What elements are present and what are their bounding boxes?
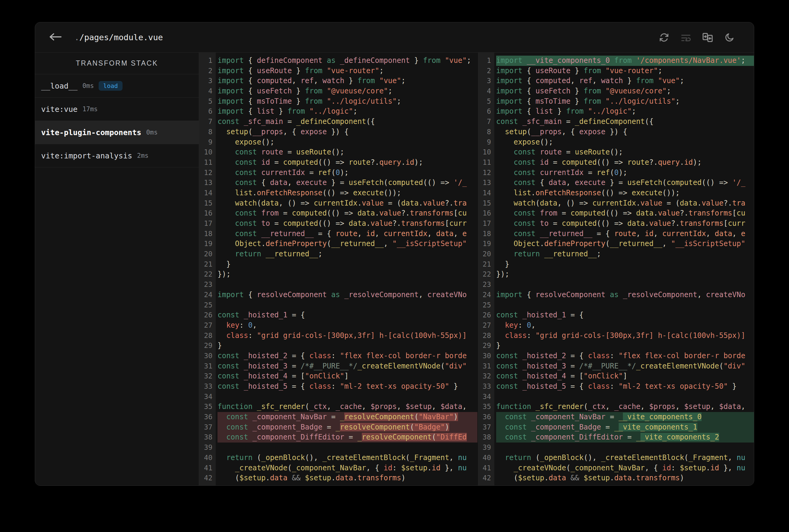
line-number: 38 bbox=[478, 432, 494, 442]
line-number: 41 bbox=[199, 463, 216, 473]
transform-stack-title: TRANSFORM STACK bbox=[35, 53, 199, 74]
code-line: const to = computed(() => data.value?.tr… bbox=[496, 218, 754, 229]
sidebar-item-load[interactable]: __load__0msload bbox=[35, 74, 199, 98]
line-number: 23 bbox=[478, 280, 494, 290]
code-line: key: 0, bbox=[496, 320, 754, 331]
line-number: 30 bbox=[199, 351, 216, 361]
code-line: const currentIdx = ref(0); bbox=[496, 168, 754, 178]
line-number: 4 bbox=[199, 86, 216, 96]
code-line: const { data, execute } = useFetch(compu… bbox=[218, 178, 477, 188]
line-number-gutter-after: 1234567891011121314151617181920212223242… bbox=[478, 53, 494, 486]
code-line: import { resolveComponent as _resolveCom… bbox=[218, 290, 477, 300]
code-line: setup(__props, { expose }) { bbox=[496, 127, 754, 137]
code-line: import { list } from "../logic"; bbox=[218, 107, 477, 117]
plugin-time: 2ms bbox=[137, 152, 149, 159]
code-line: import { list } from "../logic"; bbox=[496, 107, 754, 117]
compare-panes-icon[interactable] bbox=[702, 32, 713, 43]
back-button[interactable] bbox=[49, 32, 64, 43]
code-line: class: "grid grid-cols-[300px,3fr] h-[ca… bbox=[218, 331, 477, 341]
line-number: 20 bbox=[478, 249, 494, 259]
main-content: TRANSFORM STACK __load__0msloadvite:vue1… bbox=[35, 53, 754, 486]
code-line: ($setup.data && $setup.data.transforms) bbox=[218, 473, 477, 483]
line-number: 9 bbox=[478, 137, 494, 148]
plugin-name: vite-plugin-components bbox=[41, 128, 141, 137]
line-number: 36 bbox=[478, 412, 494, 422]
code-line: const _sfc_main = _defineComponent({ bbox=[496, 117, 754, 127]
line-number: 37 bbox=[478, 422, 494, 433]
line-number: 37 bbox=[199, 422, 216, 433]
code-line: const currentIdx = ref(0); bbox=[218, 168, 477, 178]
code-line: return __returned__; bbox=[218, 249, 477, 259]
line-number: 7 bbox=[478, 117, 494, 127]
code-line: const __returned__ = { route, id, curren… bbox=[496, 229, 754, 239]
code-line: Object.defineProperty(__returned__, "__i… bbox=[218, 239, 477, 249]
line-number: 26 bbox=[478, 310, 494, 320]
line-number: 21 bbox=[199, 259, 216, 270]
code-line: _createVNode(_component_NavBar, { id: $s… bbox=[218, 463, 477, 473]
plugin-name: __load__ bbox=[41, 82, 77, 90]
code-line: const from = computed(() => data.value?.… bbox=[496, 208, 754, 218]
sidebar-item-vite-plugin-components[interactable]: vite-plugin-components0ms bbox=[35, 121, 199, 144]
line-number: 32 bbox=[478, 371, 494, 381]
code-line bbox=[496, 280, 754, 290]
line-number: 29 bbox=[478, 341, 494, 351]
code-line: return (_openBlock(), _createElementBloc… bbox=[218, 453, 477, 463]
code-line bbox=[496, 442, 754, 453]
code-line: const _component_Badge = __vite_componen… bbox=[496, 422, 754, 433]
code-line: const { data, execute } = useFetch(compu… bbox=[496, 178, 754, 188]
code-line bbox=[218, 280, 477, 290]
code-line: } bbox=[218, 259, 477, 270]
code-line bbox=[496, 392, 754, 402]
line-number: 23 bbox=[199, 280, 216, 290]
refresh-icon[interactable] bbox=[658, 32, 670, 43]
wrap-lines-icon[interactable] bbox=[680, 32, 692, 43]
line-number: 33 bbox=[199, 381, 216, 392]
line-number: 11 bbox=[199, 157, 216, 168]
code-line: const _component_NavBar = _resolveCompon… bbox=[218, 412, 477, 422]
code-line: list.onFetchResponse(() => execute()); bbox=[496, 188, 754, 198]
line-number: 18 bbox=[199, 229, 216, 239]
line-number: 2 bbox=[199, 66, 216, 76]
code-line: import { useFetch } from "@vueuse/core"; bbox=[218, 86, 477, 96]
code-line: const id = computed(() => route?.query.i… bbox=[496, 157, 754, 168]
line-number: 21 bbox=[478, 259, 494, 270]
plugin-name: vite:import-analysis bbox=[41, 151, 132, 160]
code-line: import { useRoute } from "vue-router"; bbox=[496, 66, 754, 76]
code-line: const _component_Badge = _resolveCompone… bbox=[218, 422, 477, 433]
line-number: 15 bbox=[478, 198, 494, 209]
line-number: 17 bbox=[478, 218, 494, 229]
code-line bbox=[496, 300, 754, 310]
dark-mode-icon[interactable] bbox=[724, 32, 735, 43]
code-line: import { resolveComponent as _resolveCom… bbox=[496, 290, 754, 300]
module-title: ./pages/module.vue bbox=[74, 33, 163, 42]
line-number: 25 bbox=[199, 300, 216, 310]
sidebar-item-vite-import-analysis[interactable]: vite:import-analysis2ms bbox=[35, 144, 199, 168]
line-number: 3 bbox=[199, 76, 216, 86]
diff-editor: 1234567891011121314151617181920212223242… bbox=[199, 53, 754, 486]
header-actions bbox=[658, 32, 740, 43]
transform-stack-sidebar: TRANSFORM STACK __load__0msloadvite:vue1… bbox=[35, 53, 199, 486]
code-before[interactable]: import { defineComponent as _defineCompo… bbox=[216, 53, 477, 486]
code-line: return __returned__; bbox=[496, 249, 754, 259]
line-number: 35 bbox=[478, 402, 494, 412]
line-number: 24 bbox=[199, 290, 216, 300]
code-line: const _hoisted_4 = ["onClick"] bbox=[218, 371, 477, 381]
code-line: import { useRoute } from "vue-router"; bbox=[218, 66, 477, 76]
diff-pane-before: 1234567891011121314151617181920212223242… bbox=[199, 53, 477, 486]
line-number: 29 bbox=[199, 341, 216, 351]
code-line: return (_openBlock(), _createElementBloc… bbox=[496, 453, 754, 463]
line-number: 19 bbox=[478, 239, 494, 249]
code-after[interactable]: import __vite_components_0 from '/compon… bbox=[494, 53, 754, 486]
header-bar: ./pages/module.vue bbox=[35, 22, 754, 53]
sidebar-item-vite-vue[interactable]: vite:vue17ms bbox=[35, 98, 199, 121]
line-number: 39 bbox=[199, 442, 216, 453]
line-number: 19 bbox=[199, 239, 216, 249]
line-number: 12 bbox=[478, 168, 494, 178]
code-line: const _component_NavBar = __vite_compone… bbox=[496, 412, 754, 422]
code-line: Object.defineProperty(__returned__, "__i… bbox=[496, 239, 754, 249]
code-line: _createVNode(_component_NavBar, { id: $s… bbox=[496, 463, 754, 473]
line-number: 41 bbox=[478, 463, 494, 473]
code-line: function _sfc_render(_ctx, _cache, $prop… bbox=[496, 402, 754, 412]
line-number: 31 bbox=[478, 361, 494, 372]
line-number: 1 bbox=[478, 56, 494, 66]
